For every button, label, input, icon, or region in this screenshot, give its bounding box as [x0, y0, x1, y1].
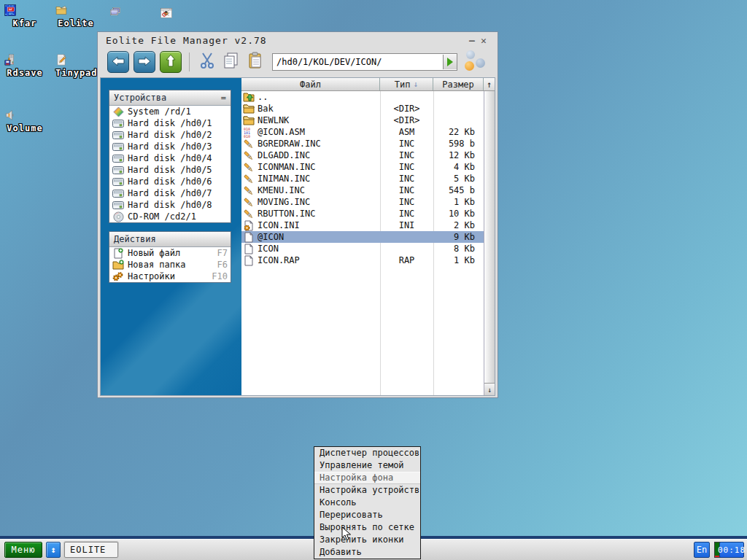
actions-panel-header: Действия	[109, 232, 231, 247]
device-list: System /rd/1Hard disk /hd0/1Hard disk /h…	[109, 106, 231, 222]
folder-up-icon	[243, 91, 255, 103]
scroll-down-button[interactable]: ↓	[484, 383, 495, 395]
file-icon	[243, 243, 255, 254]
desktop-icon-volume[interactable]: Volume	[4, 109, 45, 133]
action-list: Новый файлF7Новая папкаF6НастройкиF10	[109, 247, 231, 282]
menu-item[interactable]: Добавить	[314, 546, 420, 559]
file-row[interactable]: ICONMAN.INCINC4 Kb	[241, 161, 484, 173]
file-row[interactable]: INIMAN.INCINC5 Kb	[241, 173, 484, 184]
toolbar-spheres	[462, 50, 488, 74]
device-item[interactable]: Hard disk /hd0/4	[109, 152, 231, 164]
menu-item[interactable]: Перерисовать	[314, 509, 420, 521]
sphere-button-blue[interactable]	[476, 58, 485, 68]
file-row[interactable]: ICON8 Kb	[241, 243, 484, 254]
device-item[interactable]: CD-ROM /cd2/1	[109, 211, 231, 222]
file-row[interactable]: MOVING.INCINC1 Kb	[241, 196, 484, 208]
file-row[interactable]: ICON.RAPRAP1 Kb	[241, 254, 484, 266]
menu-item[interactable]: Выровнять по сетке	[314, 521, 420, 534]
device-item[interactable]: Hard disk /hd0/7	[109, 187, 231, 199]
copy-button[interactable]	[221, 52, 241, 72]
desktop-context-menu: Диспетчер процессовУправление темойНастр…	[314, 446, 421, 559]
file-row[interactable]: BGREDRAW.INCINC598 b	[241, 138, 484, 149]
close-button[interactable]: ✕	[478, 35, 489, 46]
file-icon	[243, 254, 255, 266]
tinypad-icon	[55, 54, 67, 66]
device-item[interactable]: Hard disk /hd0/2	[109, 129, 231, 141]
clock[interactable]: 00:18	[719, 542, 744, 558]
scroll-up-button[interactable]: ↑	[484, 78, 495, 90]
desktop-icon-kfar[interactable]: Kfar	[4, 4, 45, 28]
action-item[interactable]: Новая папкаF6	[109, 259, 231, 271]
go-arrow-icon	[447, 58, 453, 66]
action-hotkey: F10	[212, 271, 228, 281]
ini-icon	[243, 219, 255, 231]
device-item[interactable]: System /rd/1	[109, 106, 231, 117]
action-item[interactable]: НастройкиF10	[109, 271, 231, 282]
menu-item[interactable]: Настройка устройств	[314, 484, 420, 497]
minimize-button[interactable]: –	[466, 35, 478, 46]
desktop-icon-windows[interactable]	[109, 6, 121, 18]
file-row[interactable]: RBUTTON.INCINC10 Kb	[241, 208, 484, 219]
titlebar[interactable]: Eolite File Manager v2.78 – ✕	[100, 32, 495, 48]
file-row[interactable]: NEWLNK<DIR>	[241, 114, 484, 126]
action-hotkey: F7	[217, 248, 228, 258]
file-row[interactable]: @ICON9 Kb	[241, 231, 484, 243]
window-title: Eolite File Manager v2.78	[106, 35, 466, 46]
taskbar-task-eolite[interactable]: EOLITE	[64, 542, 118, 558]
cd-icon	[112, 211, 124, 222]
menu-item[interactable]: Закрепить иконки	[314, 534, 420, 546]
hdd-icon	[112, 152, 124, 164]
collapse-icon[interactable]: =	[221, 93, 226, 103]
action-item[interactable]: Новый файлF7	[109, 247, 231, 259]
kfar-icon	[4, 4, 16, 16]
up-button[interactable]	[160, 51, 182, 73]
file-row[interactable]: 010101010@ICON.ASMASM22 Kb	[241, 126, 484, 138]
devices-panel: Устройства = System /rd/1Hard disk /hd0/…	[109, 90, 231, 223]
language-indicator[interactable]: En	[694, 542, 710, 558]
menu-item[interactable]: Управление темой	[314, 459, 420, 472]
sort-desc-icon: ↓	[414, 79, 419, 89]
column-header-file[interactable]: Файл	[241, 78, 380, 90]
sphere-button-orange[interactable]	[465, 61, 474, 71]
file-row[interactable]: DLGADD.INCINC12 Kb	[241, 149, 484, 161]
menu-item[interactable]: Настройка фона	[314, 472, 420, 484]
device-item[interactable]: Hard disk /hd0/8	[109, 199, 231, 211]
back-button[interactable]	[107, 51, 129, 73]
device-item[interactable]: Hard disk /hd0/6	[109, 176, 231, 187]
windows-icon	[109, 6, 121, 18]
file-rows: ..Bak<DIR>NEWLNK<DIR>010101010@ICON.ASMA…	[241, 91, 484, 395]
file-scrollbar[interactable]: ↓	[484, 91, 495, 395]
eolite-icon	[55, 4, 67, 16]
desktop-icon-rdsave[interactable]: Rdsave	[4, 54, 45, 78]
paste-button[interactable]	[245, 52, 265, 72]
file-row[interactable]: Bak<DIR>	[241, 103, 484, 114]
file-row[interactable]: KMENU.INCINC545 b	[241, 184, 484, 196]
desktop-icon-debugger[interactable]	[160, 7, 172, 19]
debugger-icon	[160, 7, 172, 19]
start-menu-button[interactable]: Меню	[4, 542, 42, 558]
cut-button[interactable]	[197, 52, 217, 72]
path-input[interactable]	[273, 57, 443, 67]
sphere-button-gray[interactable]	[466, 50, 475, 59]
column-header-size[interactable]: Размер	[433, 78, 484, 90]
minimize-all-button[interactable]: ↕	[46, 542, 61, 558]
inc-icon	[243, 184, 255, 196]
menu-item[interactable]: Консоль	[314, 497, 420, 509]
device-item[interactable]: Hard disk /hd0/3	[109, 141, 231, 152]
column-header-type[interactable]: Тип ↓	[380, 78, 433, 90]
file-row[interactable]: ..	[241, 91, 484, 103]
inc-icon	[243, 173, 255, 184]
menu-item[interactable]: Диспетчер процессов	[314, 447, 420, 459]
forward-button[interactable]	[133, 51, 155, 73]
actions-panel: Действия Новый файлF7Новая папкаF6Настро…	[109, 231, 231, 283]
desktop-icon-eolite[interactable]: Eolite	[55, 4, 96, 28]
device-item[interactable]: Hard disk /hd0/5	[109, 164, 231, 176]
file-row[interactable]: ICON.INIINI2 Kb	[241, 219, 484, 231]
hdd-icon	[112, 141, 124, 152]
desktop-icon-tinypad[interactable]: Tinypad	[55, 54, 96, 78]
desktop: KfarEoliteRdsaveTinypadVolume Eolite Fil…	[0, 0, 747, 560]
go-button[interactable]	[443, 55, 457, 69]
device-item[interactable]: Hard disk /hd0/1	[109, 117, 231, 129]
hdd-icon	[112, 187, 124, 199]
file-icon	[243, 231, 255, 243]
